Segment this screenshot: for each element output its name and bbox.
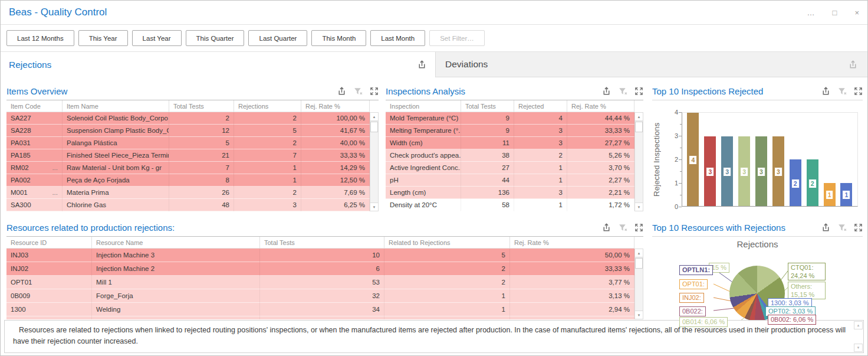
column-header[interactable]: Total Tests [260, 237, 384, 249]
column-header[interactable]: Item Code [6, 100, 63, 112]
table-row[interactable]: Width (cm)11327,27 % [386, 137, 634, 149]
cell-rate: 33,33 % [301, 149, 370, 162]
pie-label-opt01[interactable]: OPT01: [679, 279, 708, 289]
more-options-icon[interactable]: … [807, 8, 815, 17]
pie-label-inj02[interactable]: INJ02: [679, 293, 704, 303]
table-row[interactable]: Active Ingredient Conc...2713,70 % [386, 162, 634, 174]
scroll-down-icon[interactable]: ▼ [370, 203, 379, 211]
table-row[interactable]: SA227Solenoid Coil Plastic Body_Corpo Pl… [6, 112, 370, 125]
vertical-scrollbar[interactable]: ▲▼ [634, 112, 643, 211]
tab-rejections[interactable]: Rejections [1, 52, 435, 77]
table-row[interactable]: Check product's appea...3825,26 % [386, 149, 634, 162]
export-icon[interactable] [417, 60, 427, 70]
column-header[interactable]: Rejections [234, 100, 301, 112]
table-row[interactable]: pH4412,27 % [386, 174, 634, 187]
clear-filter-icon[interactable] [618, 223, 628, 233]
table-row[interactable]: 0B009Forge_Forja3213,13 % [6, 289, 634, 303]
table-row[interactable]: INJ02Injection Machine 26233,33 % [6, 262, 634, 276]
bar[interactable]: 1 [824, 183, 836, 207]
expand-icon[interactable] [634, 87, 643, 96]
scroll-up-icon[interactable]: ▲ [634, 112, 643, 121]
table-row[interactable]: PA031Palanga Plástica5240,00 % [6, 137, 370, 149]
scroll-up-icon[interactable]: ▲ [634, 249, 643, 257]
table-row[interactable]: SA300Chlorine Gas4836,25 % [6, 199, 370, 211]
pie-label-ctq01[interactable]: CTQ01: 24,24 % [788, 263, 826, 280]
scroll-up-icon[interactable]: ▲ [854, 321, 863, 329]
period-button-last-year[interactable]: Last Year [132, 30, 182, 46]
set-filter-button[interactable]: Set Filter… [429, 30, 485, 46]
tab-deviations[interactable]: Deviations [435, 52, 867, 77]
bar[interactable]: 3 [704, 136, 716, 207]
period-button-last-month[interactable]: Last Month [370, 30, 425, 46]
column-header[interactable]: Resource Name [92, 237, 260, 249]
clear-filter-icon[interactable] [618, 86, 628, 96]
pie-label-others[interactable]: Others: 15,15 % [788, 282, 826, 299]
close-icon[interactable]: × [854, 8, 859, 17]
table-row[interactable]: INJ03Injection Machine 310550,00 % [6, 249, 634, 262]
table-row[interactable]: OPTLN1Production Line 111332,65 % [6, 316, 634, 319]
export-icon[interactable] [337, 86, 347, 96]
scroll-down-icon[interactable]: ▼ [634, 311, 643, 319]
period-button-last-quarter[interactable]: Last Quarter [248, 30, 307, 46]
column-header[interactable]: Related to Rejections [384, 237, 510, 249]
table-row[interactable]: SA228Suspension Clamp Plastic Body_Cue..… [6, 125, 370, 137]
vertical-scrollbar[interactable]: ▲▼ [370, 112, 379, 211]
table-row[interactable]: 1300Welding3412,94 % [6, 303, 634, 316]
export-icon[interactable] [821, 86, 831, 96]
expand-icon[interactable] [634, 223, 643, 232]
table-row[interactable]: Length (cm)13632,21 % [386, 187, 634, 199]
period-button-this-year[interactable]: This Year [78, 30, 128, 46]
scroll-thumb[interactable] [635, 258, 643, 269]
bar[interactable]: 3 [755, 136, 767, 207]
column-header[interactable]: Inspection [386, 100, 461, 112]
note-scrollbar[interactable]: ▲▼ [853, 321, 863, 352]
scroll-down-icon[interactable]: ▼ [634, 203, 643, 211]
bar[interactable]: 2 [790, 159, 801, 206]
bar[interactable]: 1 [840, 183, 852, 207]
column-header[interactable]: Rej. Rate % [567, 100, 634, 112]
table-row[interactable]: Melting Temperature (°...9333,33 % [386, 125, 634, 137]
column-header[interactable]: Rej. Rate % [301, 100, 370, 112]
table-row[interactable]: PA185Finished Steel Piece_Pieza Terminad… [6, 149, 370, 162]
pie-label-optln1[interactable]: OPTLN1: [679, 265, 713, 275]
scroll-up-icon[interactable]: ▲ [370, 112, 379, 121]
period-button-this-quarter[interactable]: This Quarter [186, 30, 245, 46]
clear-filter-icon[interactable] [353, 86, 363, 96]
bar[interactable]: 4 [687, 113, 699, 206]
column-header[interactable]: Rejected [514, 100, 567, 112]
pie-label-0b002[interactable]: 0B002: 6,06 % [768, 315, 816, 325]
column-header[interactable]: Total Tests [169, 100, 234, 112]
period-button-last-12-months[interactable]: Last 12 Months [6, 30, 74, 46]
clear-filter-icon[interactable] [837, 86, 847, 96]
bar[interactable]: 3 [772, 136, 784, 207]
scroll-thumb[interactable] [370, 122, 378, 132]
table-row[interactable]: PA002Peça de Aço Forjada8112,50 % [6, 174, 370, 187]
table-row[interactable]: Density at 20°C5811,72 % [386, 199, 634, 211]
export-icon[interactable] [848, 60, 858, 70]
table-row[interactable]: OPT01Mill 15323,77 % [6, 276, 634, 289]
pie-label-0b014[interactable]: 0B014: 6,06 % [679, 317, 728, 327]
scroll-down-icon[interactable]: ▼ [854, 344, 863, 352]
period-button-this-month[interactable]: This Month [311, 30, 366, 46]
bar[interactable]: 2 [807, 159, 818, 206]
bar[interactable]: 3 [721, 136, 733, 207]
table-row[interactable]: RM02...Raw Material - Unit bom Kg - gr71… [6, 162, 370, 174]
export-icon[interactable] [821, 223, 831, 233]
bar[interactable]: 3 [738, 136, 750, 207]
table-row[interactable]: Mold Temperature (°C)9444,44 % [386, 112, 634, 125]
clear-filter-icon[interactable] [837, 223, 847, 233]
table-row[interactable]: M001...Materia Prima2627,69 % [6, 187, 370, 199]
maximize-icon[interactable]: □ [833, 8, 837, 17]
column-header[interactable]: Rej. Rate % [510, 237, 634, 249]
vertical-scrollbar[interactable]: ▲▼ [634, 249, 643, 319]
column-header[interactable]: Total Tests [461, 100, 514, 112]
export-icon[interactable] [601, 86, 611, 96]
column-header[interactable]: Item Name [63, 100, 169, 112]
scroll-thumb[interactable] [635, 122, 643, 132]
expand-icon[interactable] [854, 223, 863, 232]
expand-icon[interactable] [854, 87, 863, 96]
column-header[interactable]: Resource ID [6, 237, 92, 249]
pie-label-0b022[interactable]: 0B022: [679, 306, 706, 316]
expand-icon[interactable] [370, 87, 379, 96]
export-icon[interactable] [601, 223, 611, 233]
